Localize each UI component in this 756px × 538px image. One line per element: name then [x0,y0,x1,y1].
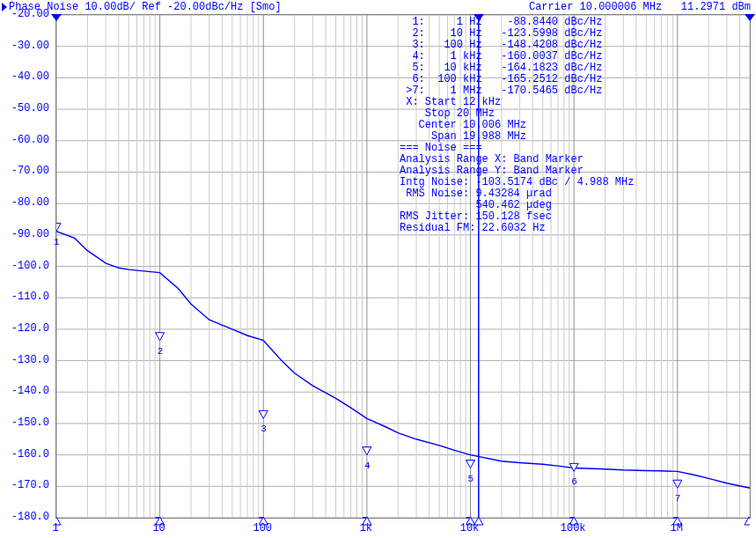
y-tick-label: -60.00 [11,134,49,146]
marker-label: 7 [675,493,681,504]
top-right-handle-icon[interactable] [745,14,755,21]
y-tick-label: -20.00 [11,8,49,20]
y-tick-label: -80.00 [11,196,49,209]
marker-info-panel: 1: 1 Hz -88.8440 dBc/Hz 2: 10 Hz -123.59… [400,17,634,234]
y-tick-label: -160.0 [11,448,49,461]
phase-noise-plot-window: Phase Noise 10.00dB/ Ref -20.00dBc/Hz [S… [0,0,756,538]
y-tick-label: -90.00 [11,228,49,240]
y-tick-label: -30.00 [11,40,49,52]
marker-label: 2 [158,346,164,357]
title-bar: Phase Noise 10.00dB/ Ref -20.00dBc/Hz [S… [0,0,756,14]
x-tick-label: 100k [561,522,586,534]
y-tick-label: -40.00 [11,70,49,83]
y-axis: -20.00-30.00-40.00-50.00-60.00-70.00-80.… [0,14,53,519]
y-tick-label: -100.0 [11,260,49,272]
marker-label: 1 [54,237,60,247]
y-tick-label: -110.0 [11,291,49,303]
y-tick-label: -50.00 [11,102,49,114]
x-tick-label: 100 [253,522,272,534]
marker-label: 6 [571,476,577,487]
y-tick-label: -70.00 [11,165,49,177]
x-tick-label: 10 [152,522,165,534]
trace-indicator-icon [2,3,7,11]
plot-area[interactable]: 1: 1 Hz -88.8440 dBc/Hz 2: 10 Hz -123.59… [55,14,751,519]
x-tick-label: 10k [460,522,480,534]
x-tick-label: 1 [52,522,58,534]
title-right: Carrier 10.000006 MHz 11.2971 dBm [529,1,751,13]
x-tick-label: 1M [671,522,683,534]
y-tick-label: -130.0 [11,354,49,366]
y-tick-label: -180.0 [11,511,49,523]
top-left-handle-icon[interactable] [51,14,62,21]
marker-label: 4 [364,461,371,471]
y-tick-label: -120.0 [11,322,49,335]
x-axis: 1101001k10k100k1M [55,519,751,536]
title-text: Phase Noise 10.00dB/ Ref -20.00dBc/Hz [S… [9,1,282,13]
y-tick-label: -170.0 [11,479,49,491]
y-tick-label: -150.0 [11,416,49,429]
marker-label: 5 [468,474,474,484]
carrier-freq: Carrier 10.000006 MHz [529,1,662,13]
carrier-power: 11.2971 dBm [681,1,751,13]
x-tick-label: 1k [360,522,372,534]
marker-label: 3 [261,424,267,434]
y-tick-label: -140.0 [11,385,49,397]
